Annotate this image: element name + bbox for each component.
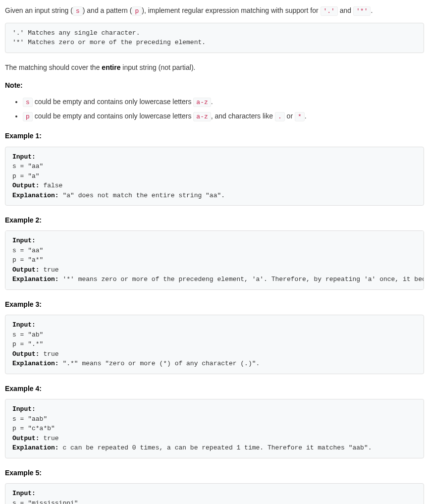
example-output: true: [40, 435, 59, 442]
example-body: s = "aa" p = "a*": [12, 247, 43, 264]
code-dot: '.': [321, 6, 338, 16]
note-text: or: [285, 112, 295, 120]
example-body: s = "aa" p = "a": [12, 163, 43, 180]
output-label: Output:: [12, 350, 40, 358]
example-4-block: Input: s = "aab" p = "c*a*b" Output: tru…: [5, 399, 424, 458]
example-2-heading: Example 2:: [5, 215, 424, 225]
note-text: .: [305, 112, 307, 120]
code-az: a-z: [193, 112, 211, 121]
intro-text: Given an input string (: [5, 6, 73, 14]
example-1-heading: Example 1:: [5, 130, 424, 141]
example-body: s = "mississippi" p = "mis*is*p*.": [12, 500, 78, 504]
spec-block: '.' Matches any single character. '*' Ma…: [5, 23, 424, 53]
input-label: Input:: [12, 321, 36, 329]
code-s: s: [23, 98, 33, 107]
code-dot: .: [275, 112, 285, 121]
code-p: p: [132, 6, 142, 16]
example-expl: ".*" means "zero or more (*) of any char…: [59, 360, 260, 367]
intro-text: .: [371, 6, 373, 14]
example-5-heading: Example 5:: [5, 467, 424, 478]
example-body: s = "ab" p = ".*": [12, 331, 43, 348]
intro-text: ) and a pattern (: [83, 6, 132, 14]
coverage-text: input string (not partial).: [120, 63, 195, 71]
note-text: , and characters like: [211, 112, 275, 120]
intro-text: and: [338, 6, 353, 14]
example-output: true: [40, 266, 59, 274]
example-expl: "a" does not match the entire string "aa…: [59, 192, 225, 199]
example-3-block: Input: s = "ab" p = ".*" Output: true Ex…: [5, 315, 424, 374]
intro-paragraph: Given an input string (s) and a pattern …: [5, 5, 424, 17]
code-p: p: [23, 112, 33, 121]
example-expl: '*' means zero or more of the precedeng …: [59, 276, 424, 283]
output-label: Output:: [12, 266, 40, 274]
notes-list: s could be empty and contains only lower…: [5, 96, 424, 123]
code-az: a-z: [193, 98, 211, 107]
example-4-heading: Example 4:: [5, 383, 424, 394]
coverage-entire: entire: [102, 63, 120, 71]
example-output: true: [40, 350, 59, 358]
note-text: .: [211, 98, 213, 106]
note-text: could be empty and contains only lowerca…: [33, 112, 194, 120]
input-label: Input:: [12, 490, 36, 497]
example-expl: c can be repeated 0 times, a can be repe…: [59, 444, 372, 451]
example-1-block: Input: s = "aa" p = "a" Output: false Ex…: [5, 147, 424, 206]
coverage-text: The matching should cover the: [5, 63, 102, 71]
note-item-1: s could be empty and contains only lower…: [23, 96, 424, 108]
example-3-heading: Example 3:: [5, 299, 424, 310]
input-label: Input:: [12, 153, 36, 161]
output-label: Output:: [12, 435, 40, 442]
example-2-block: Input: s = "aa" p = "a*" Output: true Ex…: [5, 230, 424, 290]
input-label: Input:: [12, 237, 36, 244]
example-5-block: Input: s = "mississippi" p = "mis*is*p*.…: [5, 483, 424, 504]
code-star: '*': [353, 6, 371, 16]
output-label: Output:: [12, 182, 40, 189]
explanation-label: Explanation:: [12, 276, 59, 283]
example-output: false: [40, 182, 63, 189]
note-text: could be empty and contains only lowerca…: [33, 98, 194, 106]
explanation-label: Explanation:: [12, 192, 59, 199]
input-label: Input:: [12, 405, 36, 413]
code-star: *: [295, 112, 305, 121]
explanation-label: Explanation:: [12, 360, 59, 367]
note-heading: Note:: [5, 80, 424, 91]
note-item-2: p could be empty and contains only lower…: [23, 111, 424, 122]
explanation-label: Explanation:: [12, 444, 59, 451]
code-s: s: [73, 6, 83, 16]
example-body: s = "aab" p = "c*a*b": [12, 415, 55, 433]
coverage-paragraph: The matching should cover the entire inp…: [5, 62, 424, 73]
intro-text: ), implement regular expression matching…: [142, 6, 320, 14]
